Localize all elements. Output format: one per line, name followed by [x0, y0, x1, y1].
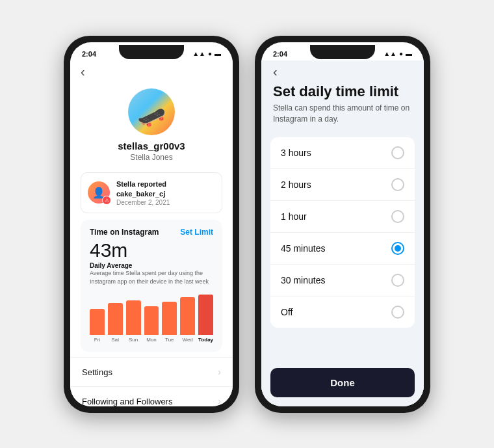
bar-column: Wed [180, 291, 195, 343]
option-label: 45 minutes [281, 243, 325, 254]
bar [126, 300, 141, 335]
signal-icon: ▲▲ [192, 50, 205, 57]
time-label: Time on Instagram [90, 228, 159, 237]
phone1-screen: 2:04 ▲▲ ● ▬ ‹ 🛹 stellas_gr00v3 Stella Jo… [70, 42, 233, 406]
following-label: Following and Followers [82, 397, 172, 406]
bar-label: Today [198, 337, 213, 343]
bar-column: Today [198, 291, 213, 343]
option-item[interactable]: 30 minutes [270, 265, 415, 296]
daily-desc: Average time Stella spent per day using … [90, 269, 213, 285]
screen2-content: ‹ Set daily time limit Stella can spend … [261, 60, 424, 362]
option-item[interactable]: 45 minutes [270, 233, 415, 265]
chevron-icon: › [218, 367, 221, 377]
phone1: 2:04 ▲▲ ● ▬ ‹ 🛹 stellas_gr00v3 Stella Jo… [64, 36, 239, 413]
battery-icon: ▬ [214, 50, 221, 57]
phone2-screen: 2:04 ▲▲ ● ▬ ‹ Set daily time limit Stell… [261, 42, 424, 406]
screen2-header: ‹ Set daily time limit Stella can spend … [261, 60, 424, 133]
set-limit-button[interactable]: Set Limit [180, 228, 213, 237]
back-button-1[interactable]: ‹ [70, 60, 233, 83]
radio-button[interactable] [391, 178, 404, 191]
report-avatar: 👤 ⚠ [88, 181, 110, 204]
option-label: Off [281, 307, 292, 317]
bar [108, 303, 123, 335]
screen2: ‹ Set daily time limit Stella can spend … [261, 60, 424, 406]
status-icons-1: ▲▲ ● ▬ [192, 50, 221, 57]
bar-label: Tue [165, 337, 174, 343]
bar-label: Mon [146, 337, 157, 343]
time-header: Time on Instagram Set Limit [90, 228, 213, 237]
time-value: 43m [90, 239, 213, 261]
bar-column: Sun [126, 291, 141, 343]
settings-label: Settings [82, 367, 112, 377]
option-label: 30 minutes [281, 275, 325, 285]
wifi-icon: ● [208, 50, 212, 57]
option-item[interactable]: 2 hours [270, 169, 415, 201]
bar-column: Tue [162, 291, 177, 343]
notch [119, 45, 184, 59]
status-icons-2: ▲▲ ● ▬ [384, 50, 412, 57]
report-info: Stella reported cake_baker_cj December 2… [116, 179, 215, 207]
fullname: Stella Jones [130, 153, 172, 162]
phone2: 2:04 ▲▲ ● ▬ ‹ Set daily time limit Stell… [255, 36, 430, 413]
bar [198, 295, 213, 335]
report-badge: ⚠ [102, 196, 111, 205]
option-label: 2 hours [281, 179, 311, 190]
report-date: December 2, 2021 [116, 199, 215, 206]
option-item[interactable]: Off [270, 296, 415, 328]
wifi-icon-2: ● [399, 50, 403, 57]
signal-icon-2: ▲▲ [384, 50, 396, 57]
avatar-figure: 🛹 [137, 105, 166, 129]
bar [180, 297, 195, 335]
option-item[interactable]: 1 hour [270, 201, 415, 233]
back-button-2[interactable]: ‹ [273, 64, 412, 79]
radio-inner [395, 245, 401, 252]
profile-section: 🛹 stellas_gr00v3 Stella Jones [70, 83, 233, 170]
bar-label: Sun [129, 337, 138, 343]
option-label: 1 hour [281, 211, 307, 222]
chevron-icon-2: › [218, 396, 221, 406]
bar-label: Wed [182, 337, 192, 343]
option-item[interactable]: 3 hours [270, 137, 415, 169]
radio-button[interactable] [391, 242, 404, 255]
bar [144, 306, 159, 335]
bar-column: Fri [90, 291, 105, 343]
status-time-2: 2:04 [273, 50, 287, 58]
bar-column: Mon [144, 291, 159, 343]
settings-menu-item[interactable]: Settings › [70, 357, 233, 386]
done-button[interactable]: Done [270, 368, 415, 397]
radio-button[interactable] [391, 306, 404, 319]
screen1-scroll: ‹ 🛹 stellas_gr00v3 Stella Jones 👤 ⚠ [70, 60, 233, 406]
done-bar: Done [261, 362, 424, 406]
avatar: 🛹 [128, 88, 175, 135]
radio-button[interactable] [391, 146, 404, 159]
screen2-title: Set daily time limit [273, 83, 412, 100]
following-menu-item[interactable]: Following and Followers › [70, 386, 233, 406]
report-card: 👤 ⚠ Stella reported cake_baker_cj Decemb… [81, 172, 222, 214]
screen2-subtitle: Stella can spend this amount of time on … [273, 103, 412, 125]
bar [162, 302, 177, 335]
time-section: Time on Instagram Set Limit 43m Daily Av… [81, 220, 222, 352]
notch-2 [310, 45, 375, 59]
bar-label: Fri [94, 337, 100, 343]
battery-icon-2: ▬ [406, 50, 412, 57]
option-label: 3 hours [281, 148, 311, 158]
bar-chart: FriSatSunMonTueWedToday [90, 291, 213, 343]
report-text: Stella reported cake_baker_cj [116, 179, 215, 200]
username: stellas_gr00v3 [118, 140, 185, 152]
screen1: ‹ 🛹 stellas_gr00v3 Stella Jones 👤 ⚠ [70, 60, 233, 406]
options-list: 3 hours2 hours1 hour45 minutes30 minutes… [270, 137, 415, 328]
daily-avg-label: Daily Average [90, 262, 213, 269]
bar-label: Sat [111, 337, 119, 343]
status-time-1: 2:04 [82, 50, 96, 58]
bar [90, 309, 105, 335]
bar-column: Sat [108, 291, 123, 343]
radio-button[interactable] [391, 210, 404, 223]
radio-button[interactable] [391, 274, 404, 287]
